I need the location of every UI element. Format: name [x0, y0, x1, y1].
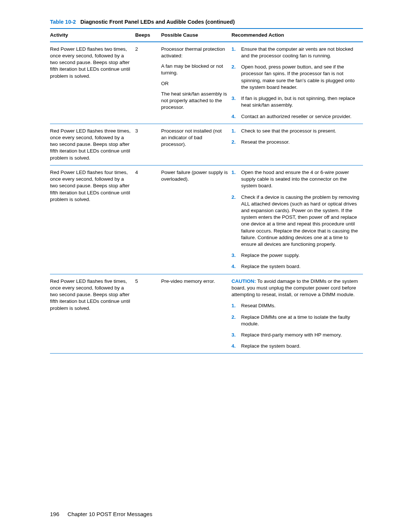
page-footer: 196 Chapter 10 POST Error Messages — [50, 511, 152, 518]
cell-activity: Red Power LED flashes three times, once … — [50, 124, 135, 165]
cause-line: A fan may be blocked or not turning. — [161, 63, 229, 76]
action-step: Replace the system board. — [241, 263, 360, 270]
cell-cause: Processor not installed (not an indicato… — [161, 124, 231, 165]
action-step: Ensure that the computer air vents are n… — [241, 46, 360, 59]
action-step: Open the hood and ensure the 4 or 6-wire… — [241, 169, 360, 190]
table-row: Red Power LED flashes five times, once e… — [50, 274, 363, 354]
cell-beeps: 3 — [135, 124, 161, 165]
col-recommended-action: Recommended Action — [231, 29, 363, 42]
cell-activity: Red Power LED flashes two times, once ev… — [50, 42, 135, 124]
cell-actions: Ensure that the computer air vents are n… — [231, 42, 363, 124]
page-number: 196 — [50, 511, 59, 517]
action-step: If fan is plugged in, but is not spinnin… — [241, 95, 360, 108]
cause-line: Processor not installed (not an indicato… — [161, 128, 229, 148]
action-step: Replace the system board. — [241, 343, 360, 349]
cause-line: OR — [161, 80, 229, 87]
table-number: Table 10-2 — [50, 19, 76, 25]
action-step: Reseat DIMMs. — [241, 302, 360, 309]
chapter-title: Chapter 10 POST Error Messages — [67, 511, 152, 517]
caution-block: CAUTION: To avoid damage to the DIMMs or… — [231, 278, 360, 298]
col-activity: Activity — [50, 29, 135, 42]
cell-cause: Processor thermal protection activated: … — [161, 42, 231, 124]
cause-line: Power failure (power supply is overloade… — [161, 169, 229, 183]
action-step: Open hood, press power button, and see i… — [241, 64, 360, 91]
diagnostic-table: Activity Beeps Possible Cause Recommende… — [50, 28, 363, 354]
table-row: Red Power LED flashes four times, once e… — [50, 165, 363, 274]
cell-actions: CAUTION: To avoid damage to the DIMMs or… — [231, 274, 363, 354]
table-title: Diagnostic Front Panel LEDs and Audible … — [80, 19, 235, 25]
cause-line: The heat sink/fan assembly is not proper… — [161, 91, 229, 111]
action-step: Check if a device is causing the problem… — [241, 194, 360, 248]
table-row: Red Power LED flashes two times, once ev… — [50, 42, 363, 124]
cell-cause: Pre-video memory error. — [161, 274, 231, 354]
cell-actions: Check to see that the processor is prese… — [231, 124, 363, 165]
action-step: Reseat the processor. — [241, 139, 360, 145]
cause-line: Pre-video memory error. — [161, 278, 229, 285]
cell-beeps: 5 — [135, 274, 161, 354]
cell-cause: Power failure (power supply is overloade… — [161, 165, 231, 274]
cell-beeps: 4 — [135, 165, 161, 274]
cell-activity: Red Power LED flashes four times, once e… — [50, 165, 135, 274]
action-step: Check to see that the processor is prese… — [241, 128, 360, 134]
action-step: Replace DIMMs one at a time to isolate t… — [241, 314, 360, 327]
cause-line: Processor thermal protection activated: — [161, 46, 229, 59]
cell-activity: Red Power LED flashes five times, once e… — [50, 274, 135, 354]
action-step: Replace third-party memory with HP memor… — [241, 332, 360, 338]
col-cause: Possible Cause — [161, 29, 231, 42]
table-row: Red Power LED flashes three times, once … — [50, 124, 363, 165]
table-caption: Table 10-2 Diagnostic Front Panel LEDs a… — [50, 19, 363, 26]
action-step: Contact an authorized reseller or servic… — [241, 113, 360, 120]
cell-beeps: 2 — [135, 42, 161, 124]
caution-label: CAUTION: — [231, 278, 256, 284]
col-beeps: Beeps — [135, 29, 161, 42]
cell-actions: Open the hood and ensure the 4 or 6-wire… — [231, 165, 363, 274]
action-step: Replace the power supply. — [241, 252, 360, 259]
